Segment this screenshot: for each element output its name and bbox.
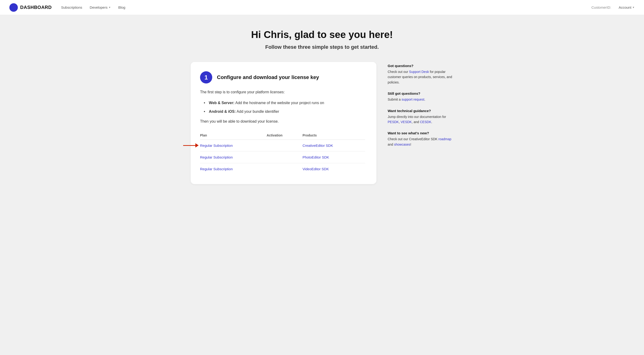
main-content: Hi Chris, glad to see you here! Follow t…: [181, 15, 463, 203]
hero-subtitle: Follow these three simple steps to get s…: [191, 44, 453, 50]
col-products: Products: [302, 131, 365, 140]
col-activation: Activation: [267, 131, 302, 140]
product-link-2[interactable]: PhotoEditor SDK: [302, 155, 329, 159]
support-desk-link[interactable]: Support Desk: [409, 70, 429, 74]
list-item-text-2: Add your bundle identifier: [237, 110, 279, 114]
sidebar-section-3: Want technical guidance? Jump directly i…: [388, 109, 453, 125]
col-plan: Plan: [200, 131, 267, 140]
sidebar-section-4: Want to see what's new? Check out our Cr…: [388, 131, 453, 147]
activation-cell-1: [267, 140, 302, 151]
step-list: Web & Server: Add the hostname of the we…: [204, 100, 365, 115]
nav-links: Subscriptions Developers ▼ Blog: [61, 6, 592, 10]
plan-link-1[interactable]: Regular Subscription: [200, 144, 233, 148]
sidebar-text-2: Submit a support request.: [388, 97, 453, 102]
step-number: 1: [200, 71, 212, 84]
sidebar-text-3: Jump directly into our documentation for…: [388, 114, 453, 125]
sidebar-heading-2: Still got questions?: [388, 92, 453, 96]
product-link-3[interactable]: VideoEditor SDK: [302, 167, 329, 171]
hero-title: Hi Chris, glad to see you here!: [191, 29, 453, 40]
showcases-link[interactable]: showcases: [394, 142, 410, 146]
sidebar-heading-3: Want technical guidance?: [388, 109, 453, 113]
logo-circle: [10, 3, 18, 12]
sidebar-text-4: Check out our CreativeEditor SDK roadmap…: [388, 136, 453, 147]
plan-link-3[interactable]: Regular Subscription: [200, 167, 233, 171]
plan-link-2[interactable]: Regular Subscription: [200, 155, 233, 159]
list-item: Web & Server: Add the hostname of the we…: [204, 100, 365, 106]
navbar: DASHBOARD Subscriptions Developers ▼ Blo…: [0, 0, 644, 15]
plan-table: Plan Activation Products Regular Subscri…: [200, 131, 365, 175]
sidebar-text-1: Check out our Support Desk for popular c…: [388, 69, 453, 85]
account-dropdown-icon: ▼: [632, 6, 634, 9]
activation-cell-3: [267, 163, 302, 175]
product-link-1[interactable]: CreativeEditor SDK: [302, 144, 333, 148]
nav-subscriptions[interactable]: Subscriptions: [61, 6, 82, 10]
table-header-row: Plan Activation Products: [200, 131, 365, 140]
nav-blog[interactable]: Blog: [118, 6, 125, 10]
activation-cell-2: [267, 151, 302, 163]
table-row: Regular Subscription PhotoEditor SDK: [200, 151, 365, 163]
list-item-text-1: Add the hostname of the website your pro…: [235, 101, 324, 105]
account-menu[interactable]: Account ▼: [619, 6, 634, 10]
arrow-line: [183, 145, 195, 146]
vesdk-link[interactable]: VESDK: [400, 120, 412, 124]
step-conclusion: Then you will be able to download your l…: [200, 119, 365, 124]
hero-section: Hi Chris, glad to see you here! Follow t…: [191, 29, 453, 50]
table-row: Regular Subscription VideoEditor SDK: [200, 163, 365, 175]
step-title: Configure and download your license key: [217, 74, 319, 80]
cesdk-link[interactable]: CESDK: [420, 120, 431, 124]
step-description: The first step is to configure your plat…: [200, 89, 365, 95]
arrow-head: [195, 143, 199, 148]
step-card: 1 Configure and download your license ke…: [191, 62, 376, 184]
roadmap-link[interactable]: roadmap: [438, 137, 451, 141]
brand[interactable]: DASHBOARD: [10, 3, 52, 12]
arrow-indicator: [183, 143, 199, 148]
table-row: Regular Subscription CreativeEditor SDK: [200, 140, 365, 151]
brand-name: DASHBOARD: [20, 5, 52, 10]
customer-id-label: CustomerID:: [592, 6, 611, 10]
sidebar-heading-1: Got questions?: [388, 64, 453, 68]
list-item-bold-1: Web & Server:: [209, 101, 234, 105]
step-header: 1 Configure and download your license ke…: [200, 71, 365, 84]
sidebar-section-1: Got questions? Check out our Support Des…: [388, 64, 453, 85]
sidebar-heading-4: Want to see what's new?: [388, 131, 453, 135]
sidebar: Got questions? Check out our Support Des…: [388, 62, 453, 154]
content-area: 1 Configure and download your license ke…: [191, 62, 453, 184]
list-item: Android & iOS: Add your bundle identifie…: [204, 108, 365, 115]
pesdk-link[interactable]: PESDK: [388, 120, 399, 124]
nav-right: CustomerID: Account ▼: [592, 6, 634, 10]
nav-developers[interactable]: Developers ▼: [90, 6, 111, 10]
sidebar-section-2: Still got questions? Submit a support re…: [388, 92, 453, 102]
developers-dropdown-icon: ▼: [108, 6, 111, 9]
support-request-link[interactable]: support request: [402, 98, 424, 101]
list-item-bold-2: Android & iOS:: [209, 110, 236, 114]
